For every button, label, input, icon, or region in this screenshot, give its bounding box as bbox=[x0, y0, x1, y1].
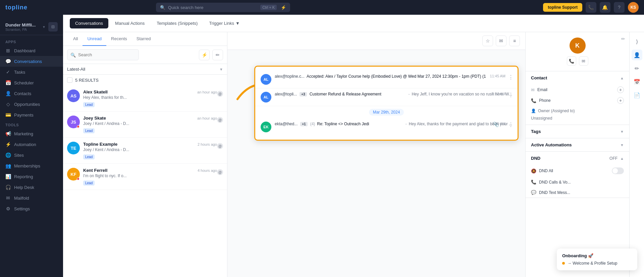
star-button[interactable]: ☆ bbox=[482, 36, 493, 46]
tab-all[interactable]: All bbox=[68, 32, 83, 46]
phone-action-button[interactable]: 📞 bbox=[567, 56, 576, 66]
conv-preview: Hey Alex, thanks for th... bbox=[83, 95, 217, 100]
automations-title: Active Automations bbox=[531, 142, 572, 147]
dnd-calls-row: 📞 DND Calls & Vo... bbox=[526, 177, 629, 187]
conv-info: Joey Skate an hour ago Joey / Kent / And… bbox=[83, 116, 217, 133]
tab-recents[interactable]: Recents bbox=[106, 32, 132, 46]
tab-manual-actions[interactable]: Manual Actions bbox=[110, 18, 150, 28]
global-search-bar[interactable]: 🔍 Quick search here Ctrl + K ⚡ bbox=[156, 3, 290, 12]
select-all-checkbox[interactable] bbox=[67, 77, 72, 83]
sidebar-item-label: Help Desk bbox=[14, 185, 34, 190]
conversation-search-input[interactable] bbox=[67, 49, 139, 60]
sidebar-item-marketing[interactable]: 📢 Marketing bbox=[0, 128, 63, 139]
section-chevron-icon: ▲ bbox=[620, 76, 624, 80]
conv-name: Joey Skate bbox=[83, 116, 106, 121]
list-item[interactable]: EK ekta@thed... +1 (4) Re: Topline <> Ou… bbox=[255, 118, 518, 136]
email-menu-icon[interactable]: ⋮ bbox=[508, 92, 514, 98]
list-item[interactable]: AL alex@topline.c... Accepted: Alex / Ta… bbox=[255, 71, 518, 88]
far-right-calendar-icon[interactable]: 📅 bbox=[632, 76, 642, 87]
sidebar-item-conversations[interactable]: 💬 Conversations bbox=[0, 56, 63, 67]
sidebar-item-tasks[interactable]: ✓ Tasks bbox=[0, 67, 63, 77]
contact-section-header[interactable]: Contact ▲ bbox=[526, 71, 629, 84]
pane-split: All Unread Recents Starred 🔍 ⚡ ✏ bbox=[63, 32, 644, 277]
avatar-initials: JS bbox=[71, 120, 76, 125]
sidebar-collapse-btn[interactable]: ⊟ bbox=[48, 22, 58, 31]
dnd-all-toggle[interactable] bbox=[612, 167, 624, 174]
automations-section-header[interactable]: Active Automations ▼ bbox=[526, 138, 629, 151]
notifications-icon-btn[interactable]: 🔔 bbox=[600, 2, 610, 13]
workspace-header[interactable]: Dunder Miffli... Scranton, PA ▼ ⊟ bbox=[0, 19, 63, 35]
email-content: alex@topli... +3 Customer Refund & Relea… bbox=[275, 92, 512, 97]
assign-icon: @ bbox=[217, 117, 223, 123]
contact-header: K 📞 ✉ ✏ bbox=[526, 32, 629, 71]
sidebar-item-reporting[interactable]: 📊 Reporting bbox=[0, 171, 63, 182]
marketing-icon: 📢 bbox=[5, 131, 11, 136]
top-nav: topline 🔍 Quick search here Ctrl + K ⚡ t… bbox=[0, 0, 644, 15]
conversation-edit-button[interactable]: ✏ bbox=[212, 50, 223, 60]
sidebar-item-contacts[interactable]: 👤 Contacts bbox=[0, 88, 63, 99]
far-right-expand-icon[interactable]: ⟩ bbox=[632, 36, 642, 47]
tab-templates[interactable]: Templates (Snippets) bbox=[151, 18, 203, 28]
tab-trigger-links[interactable]: Trigger Links ▼ bbox=[204, 18, 245, 28]
table-row[interactable]: JS Joey Skate an hour ago Joey / Kent / … bbox=[63, 112, 227, 138]
automation-icon: ⚡ bbox=[5, 142, 11, 147]
conv-info: Kent Ferrell 4 hours ago I'm on flight t… bbox=[83, 168, 217, 186]
email-action-button[interactable]: ✉ bbox=[579, 56, 588, 66]
user-avatar[interactable]: KS bbox=[628, 2, 639, 13]
sidebar-item-sites[interactable]: 🌐 Sites bbox=[0, 150, 63, 160]
conv-preview: I'm on flight to nyc. If o... bbox=[83, 174, 217, 178]
tab-unread[interactable]: Unread bbox=[83, 32, 106, 46]
dropdown-chevron-icon: ▼ bbox=[219, 67, 223, 71]
sidebar-item-mailfold[interactable]: ✉ Mailfold bbox=[0, 193, 63, 203]
list-item[interactable]: AL alex@topli... +3 Customer Refund & Re… bbox=[255, 88, 518, 106]
far-right-edit-icon[interactable]: ✏ bbox=[632, 63, 642, 74]
table-row[interactable]: AS Alex Skatell an hour ago Hey Alex, th… bbox=[63, 85, 227, 112]
email-meta: ekta@thed... +1 (4) Re: Topline <> Outre… bbox=[275, 122, 512, 126]
edit-contact-button[interactable]: ✏ bbox=[621, 36, 625, 42]
table-row[interactable]: TE Topline Example 2 hours ago Joey / Ke… bbox=[63, 138, 227, 164]
tools-section-label: Tools bbox=[0, 120, 63, 128]
phone-label: Phone bbox=[539, 98, 551, 103]
conversation-filter-button[interactable]: ⚡ bbox=[199, 50, 210, 60]
tags-section-header[interactable]: Tags ▼ bbox=[526, 125, 629, 138]
sidebar-item-opportunities[interactable]: ◇ Opportunities bbox=[0, 99, 63, 110]
unread-dot bbox=[77, 178, 79, 180]
unread-dot bbox=[77, 125, 79, 128]
mail-button[interactable]: ✉ bbox=[496, 36, 506, 46]
table-row[interactable]: KF Kent Ferrell 4 hours ago I'm on fligh… bbox=[63, 164, 227, 190]
conv-tag: Lead bbox=[83, 154, 95, 159]
add-phone-button[interactable]: + bbox=[617, 97, 624, 104]
far-right-contact-icon[interactable]: 👤 bbox=[632, 50, 642, 60]
conversation-view-pane: ☆ ✉ ≡ AL bbox=[227, 32, 525, 277]
email-menu-icon[interactable]: ⋮ bbox=[508, 122, 514, 128]
dnd-text-label: DND Text Mess... bbox=[539, 190, 570, 195]
avatar: EK bbox=[261, 122, 271, 132]
conversation-tabs: All Unread Recents Starred bbox=[63, 32, 227, 46]
conv-preview: Joey / Kent / Andrea - D... bbox=[83, 147, 217, 152]
far-right-document-icon[interactable]: 📄 bbox=[632, 90, 642, 100]
sidebar-item-label: Dashboard bbox=[14, 48, 36, 53]
phone-icon-btn[interactable]: 📞 bbox=[586, 2, 596, 13]
filter-button[interactable]: ≡ bbox=[509, 36, 520, 46]
add-email-button[interactable]: + bbox=[617, 86, 624, 93]
tab-conversations[interactable]: Conversations bbox=[70, 18, 108, 28]
email-menu-icon[interactable]: ⋮ bbox=[508, 74, 514, 80]
support-button[interactable]: topline Support bbox=[543, 3, 582, 12]
conv-time: 2 hours ago bbox=[198, 142, 217, 146]
trigger-links-chevron-icon: ▼ bbox=[235, 21, 240, 26]
email-from: ekta@thed... bbox=[275, 122, 298, 126]
sidebar-item-helpdesk[interactable]: 🎧 Help Desk bbox=[0, 182, 63, 193]
dnd-text-icon: 💬 bbox=[531, 190, 536, 195]
help-icon-btn[interactable]: ? bbox=[614, 2, 625, 13]
sidebar-item-automation[interactable]: ⚡ Automation bbox=[0, 139, 63, 150]
sidebar-item-dashboard[interactable]: ⊞ Dashboard bbox=[0, 45, 63, 56]
latest-all-dropdown[interactable]: Latest-All ▼ bbox=[63, 64, 227, 75]
sidebar-item-label: Opportunities bbox=[14, 102, 40, 107]
sidebar-item-payments[interactable]: 💳 Payments bbox=[0, 110, 63, 120]
tags-chevron-icon: ▼ bbox=[620, 130, 624, 134]
sidebar-item-settings[interactable]: ⚙ Settings bbox=[0, 203, 63, 214]
sidebar-item-scheduler[interactable]: 📅 Scheduler bbox=[0, 77, 63, 88]
tab-starred[interactable]: Starred bbox=[132, 32, 156, 46]
sidebar-item-memberships[interactable]: 👥 Memberships bbox=[0, 160, 63, 171]
onboarding-item[interactable]: → Welcome & Profile Setup bbox=[562, 261, 629, 266]
